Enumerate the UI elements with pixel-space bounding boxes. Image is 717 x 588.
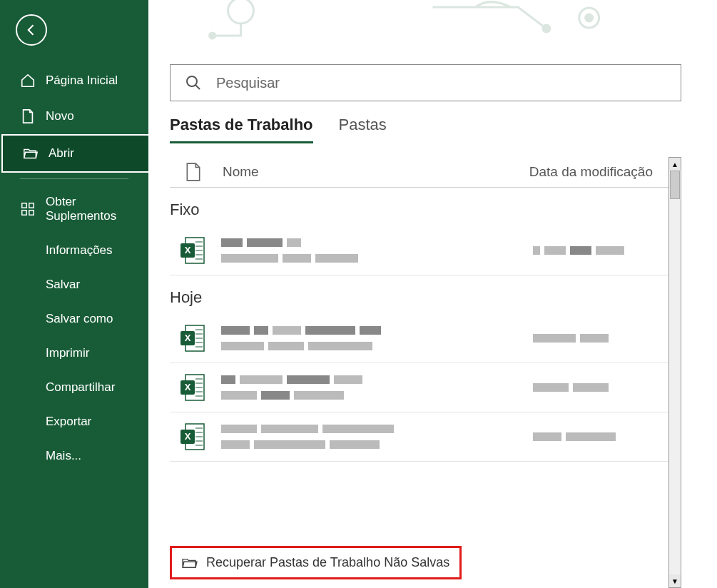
sidebar-item-print[interactable]: Imprimir [0,336,148,370]
svg-rect-1 [29,203,34,208]
sidebar-item-share[interactable]: Compartilhar [0,370,148,405]
sidebar-item-home[interactable]: Página Inicial [0,63,148,98]
redacted-filename [221,425,517,449]
recover-unsaved-button[interactable]: Recuperar Pastas de Trabalho Não Salvas [170,546,462,579]
scroll-up-button[interactable]: ▲ [669,158,681,171]
svg-point-8 [586,14,593,21]
folder-open-icon [182,557,198,569]
sidebar-item-label: Abrir [49,146,74,161]
redacted-date [533,246,661,255]
decorative-circuit [148,0,717,50]
svg-text:X: X [185,382,191,392]
tab-folders[interactable]: Pastas [339,116,387,143]
section-today: Hoje [170,275,668,314]
sidebar-item-label: Mais... [46,449,81,463]
sidebar-item-new[interactable]: Novo [0,98,148,134]
redacted-date [533,383,661,392]
column-modified[interactable]: Data da modificação [529,164,653,180]
search-input[interactable] [216,75,666,91]
redacted-filename [221,326,517,350]
svg-point-9 [187,76,197,86]
content: Pastas de Trabalho Pastas Nome Data da m… [148,0,717,588]
section-pinned: Fixo [170,188,668,226]
sidebar-item-addins[interactable]: Obter Suplementos [0,185,148,233]
column-name[interactable]: Nome [223,164,508,180]
tab-workbooks[interactable]: Pastas de Trabalho [170,116,313,143]
sidebar-item-label: Obter Suplementos [46,195,134,223]
sidebar-item-label: Imprimir [46,346,89,360]
main-area: Pastas de Trabalho Pastas Nome Data da m… [148,0,717,588]
document-icon [185,163,201,181]
scroll-track[interactable] [669,171,681,574]
document-icon [20,108,36,124]
file-row[interactable]: X [170,314,668,363]
svg-text:X: X [185,245,191,255]
sidebar-item-label: Informações [46,243,113,258]
column-header: Nome Data da modificação [170,157,668,188]
sidebar-item-save[interactable]: Salvar [0,268,148,302]
scroll-down-button[interactable]: ▼ [669,574,681,587]
tabs: Pastas de Trabalho Pastas [170,116,681,144]
file-row[interactable]: X [170,363,668,412]
grid-icon [20,201,36,217]
excel-file-icon: X [180,324,205,353]
scrollbar[interactable]: ▲ ▼ [668,157,681,588]
file-row[interactable]: X [170,412,668,462]
excel-file-icon: X [180,422,205,451]
svg-point-6 [543,25,550,32]
sidebar-item-label: Salvar como [46,312,113,326]
search-box[interactable] [170,64,681,101]
redacted-filename [221,375,517,400]
svg-text:X: X [185,333,191,343]
arrow-left-icon [24,23,39,37]
redacted-date [533,334,661,343]
home-icon [20,73,36,88]
sidebar-item-label: Exportar [46,415,91,429]
redacted-filename [221,238,517,263]
svg-rect-2 [22,211,26,215]
sidebar-item-label: Página Inicial [46,74,118,88]
divider [20,178,128,179]
sidebar-item-more[interactable]: Mais... [0,439,148,473]
svg-text:X: X [185,431,191,442]
svg-point-4 [228,0,254,24]
svg-rect-3 [29,211,34,215]
file-list: Nome Data da modificação Fixo X [170,157,668,588]
sidebar-item-open[interactable]: Abrir [1,134,148,173]
svg-point-5 [210,33,215,39]
recover-button-label: Recuperar Pastas de Trabalho Não Salvas [206,555,449,570]
sidebar-item-label: Novo [46,109,74,123]
excel-file-icon: X [180,373,205,402]
svg-rect-0 [22,203,26,208]
scroll-thumb[interactable] [670,171,680,199]
sidebar: Página Inicial Novo Abrir Obter Suplemen… [0,0,148,588]
sidebar-item-label: Compartilhar [46,380,115,395]
folder-open-icon [23,146,39,161]
back-button[interactable] [16,14,47,46]
sidebar-item-info[interactable]: Informações [0,233,148,268]
sidebar-item-export[interactable]: Exportar [0,405,148,439]
excel-file-icon: X [180,236,205,265]
sidebar-item-label: Salvar [46,278,80,292]
file-list-area: Nome Data da modificação Fixo X [170,157,681,588]
search-icon [185,74,202,91]
sidebar-item-save-as[interactable]: Salvar como [0,302,148,336]
file-row[interactable]: X [170,226,668,275]
redacted-date [533,432,661,441]
